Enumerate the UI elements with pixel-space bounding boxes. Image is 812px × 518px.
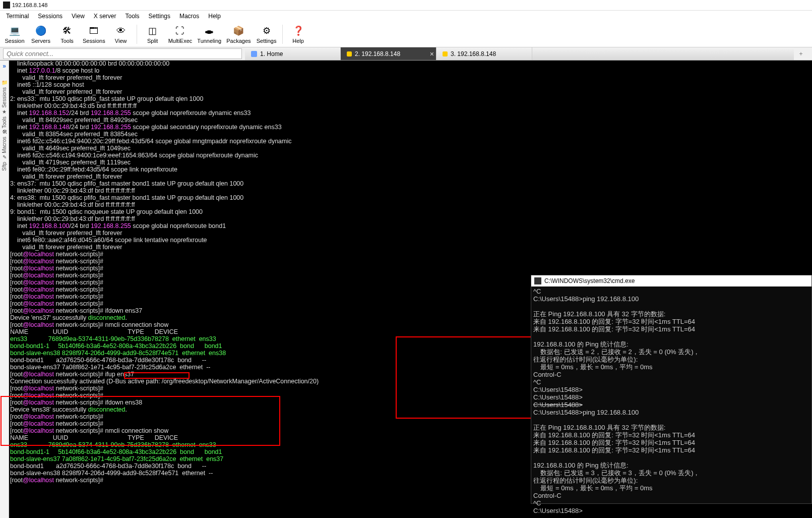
tab-bar: 1. Home2. 192.168.8.148×3. 192.168.8.148… bbox=[0, 47, 812, 61]
cmd-window-title: C:\WINDOWS\system32\cmd.exe bbox=[544, 277, 635, 285]
menu-tools[interactable]: Tools bbox=[121, 12, 144, 21]
toolbar-label: Session bbox=[5, 38, 24, 44]
help-icon: ❓ bbox=[292, 25, 304, 37]
cmd-window[interactable]: C:\WINDOWS\system32\cmd.exe ^C C:\Users\… bbox=[531, 275, 812, 504]
toolbar-label: Servers bbox=[31, 38, 50, 44]
toolbar-tunneling[interactable]: 🕳Tunneling bbox=[196, 24, 222, 45]
multiexec-icon: ⛶ bbox=[174, 25, 186, 37]
toolbar-label: Sessions bbox=[83, 38, 105, 44]
toolbar-label: Packages bbox=[226, 38, 251, 44]
toolbar-help[interactable]: ❓Help bbox=[287, 24, 310, 45]
session-icon: 💻 bbox=[9, 25, 21, 37]
tab-label: 3. 192.168.8.148 bbox=[451, 50, 496, 57]
menu-macros[interactable]: Macros bbox=[175, 12, 203, 21]
toolbar-label: Tools bbox=[60, 38, 74, 44]
terminal-area: » 📁Sessions★Tools🛠Macros✎Sftp link/loopb… bbox=[0, 61, 812, 518]
toolbar-tools[interactable]: 🛠Tools bbox=[55, 24, 79, 45]
quick-connect-input[interactable] bbox=[3, 48, 242, 59]
split-icon: ◫ bbox=[147, 25, 159, 37]
tools-icon: 🛠 bbox=[61, 25, 73, 37]
close-icon[interactable]: × bbox=[430, 50, 434, 57]
menu-settings[interactable]: Settings bbox=[145, 12, 174, 21]
settings-icon: ⚙ bbox=[261, 25, 273, 37]
tab-label: 1. Home bbox=[260, 50, 283, 57]
rail-label: Sessions bbox=[2, 86, 7, 109]
menu-sessions[interactable]: Sessions bbox=[34, 12, 67, 21]
tools-icon: ★ bbox=[2, 109, 7, 114]
side-rail: » 📁Sessions★Tools🛠Macros✎Sftp bbox=[0, 61, 9, 518]
main-toolbar: 💻Session🔵Servers🛠Tools🗔Sessions👁View◫Spl… bbox=[0, 22, 812, 47]
tab-2[interactable]: 3. 192.168.8.148 bbox=[436, 47, 532, 60]
session-icon bbox=[443, 51, 448, 56]
toolbar-settings[interactable]: ⚙Settings bbox=[255, 24, 278, 45]
toolbar-session[interactable]: 💻Session bbox=[3, 24, 26, 45]
rail-sessions[interactable]: 📁Sessions bbox=[2, 80, 8, 109]
menu-help[interactable]: Help bbox=[204, 12, 225, 21]
app-icon bbox=[3, 2, 10, 9]
menu-x-server[interactable]: X server bbox=[90, 12, 120, 21]
menu-bar: TerminalSessionsViewX serverToolsSetting… bbox=[0, 11, 812, 22]
toolbar-multiexec[interactable]: ⛶MultiExec bbox=[167, 24, 194, 45]
toolbar-sessions-btn[interactable]: 🗔Sessions bbox=[82, 24, 106, 45]
collapse-rail-icon[interactable]: » bbox=[3, 63, 6, 70]
toolbar-view[interactable]: 👁View bbox=[109, 24, 133, 45]
rail-tools[interactable]: ★Tools bbox=[2, 109, 8, 129]
toolbar-label: Settings bbox=[257, 38, 277, 44]
sessions-icon: 📁 bbox=[2, 80, 8, 85]
toolbar-label: Help bbox=[292, 38, 304, 44]
rail-macros[interactable]: 🛠Macros bbox=[2, 129, 8, 154]
toolbar-label: MultiExec bbox=[168, 38, 193, 44]
rail-label: Tools bbox=[2, 116, 7, 129]
window-titlebar: 192.168.8.148 bbox=[0, 0, 812, 11]
new-tab-button[interactable]: ＋ bbox=[794, 47, 808, 60]
toolbar-label: View bbox=[115, 38, 127, 44]
toolbar-separator bbox=[137, 25, 137, 44]
toolbar-servers[interactable]: 🔵Servers bbox=[29, 24, 52, 45]
menu-terminal[interactable]: Terminal bbox=[2, 12, 33, 21]
toolbar-label: Tunneling bbox=[197, 38, 221, 44]
packages-icon: 📦 bbox=[232, 25, 244, 37]
sessions-btn-icon: 🗔 bbox=[88, 25, 100, 37]
home-icon bbox=[251, 51, 257, 57]
cmd-output[interactable]: ^C C:\Users\15488>ping 192.168.8.100 正在 … bbox=[531, 286, 811, 515]
sftp-icon: ✎ bbox=[3, 154, 7, 160]
rail-sftp[interactable]: ✎Sftp bbox=[2, 154, 8, 172]
toolbar-label: Split bbox=[147, 38, 158, 44]
toolbar-separator bbox=[282, 25, 283, 44]
cmd-icon bbox=[534, 277, 541, 284]
macros-icon: 🛠 bbox=[2, 129, 7, 135]
rail-label: Sftp bbox=[2, 161, 7, 172]
tab-label: 2. 192.168.8.148 bbox=[355, 50, 400, 57]
cmd-window-titlebar[interactable]: C:\WINDOWS\system32\cmd.exe bbox=[531, 275, 811, 286]
window-title: 192.168.8.148 bbox=[12, 2, 47, 8]
tab-spacer bbox=[532, 47, 794, 60]
servers-icon: 🔵 bbox=[35, 25, 47, 37]
toolbar-split[interactable]: ◫Split bbox=[141, 24, 164, 45]
menu-view[interactable]: View bbox=[68, 12, 89, 21]
tab-1[interactable]: 2. 192.168.8.148× bbox=[341, 47, 436, 60]
toolbar-packages[interactable]: 📦Packages bbox=[225, 24, 252, 45]
rail-label: Macros bbox=[2, 136, 7, 154]
tab-0[interactable]: 1. Home bbox=[245, 47, 341, 60]
tunneling-icon: 🕳 bbox=[203, 25, 215, 37]
session-icon bbox=[347, 51, 352, 56]
view-icon: 👁 bbox=[115, 25, 127, 37]
